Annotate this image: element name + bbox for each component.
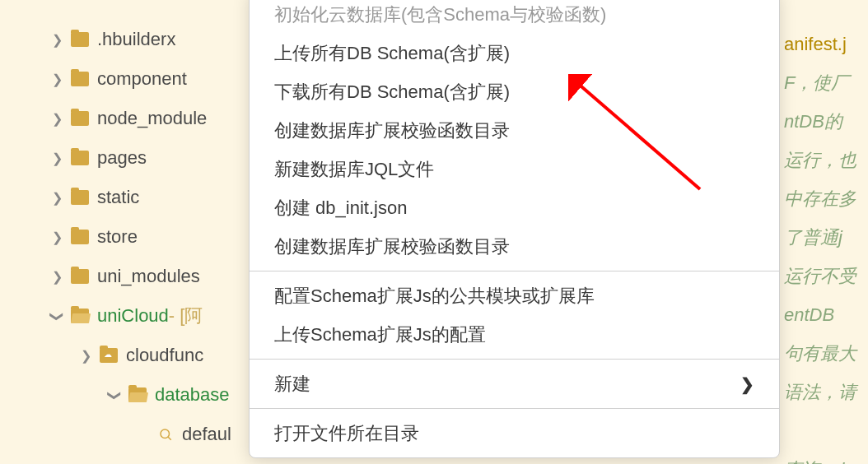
tree-item-default[interactable]: defaul: [0, 415, 247, 454]
tree-item-component[interactable]: ❯ component: [0, 59, 247, 99]
menu-item-label: 新建数据库JQL文件: [274, 157, 434, 182]
tree-item-label: node_module: [97, 108, 207, 129]
editor-line: [777, 411, 868, 450]
folder-open-icon: [71, 309, 89, 323]
tree-item-hbuilderx[interactable]: ❯ .hbuilderx: [0, 20, 247, 59]
menu-item-label: 创建数据库扩展校验函数目录: [274, 118, 510, 143]
tree-item-label: static: [97, 187, 139, 208]
tree-item-cloudfunctions[interactable]: ❯ cloudfunc: [0, 336, 247, 375]
folder-open-icon: [128, 387, 147, 402]
menu-item-download-schema[interactable]: 下载所有DB Schema(含扩展): [250, 72, 779, 111]
menu-item-init-db[interactable]: 初始化云数据库(包含Schema与校验函数): [250, 0, 779, 34]
tree-item-label: component: [97, 68, 187, 90]
menu-item-label: 下载所有DB Schema(含扩展): [274, 80, 510, 104]
folder-icon: [71, 190, 89, 205]
chevron-right-icon: ❯: [49, 151, 64, 166]
chevron-right-icon: ❯: [49, 111, 64, 127]
menu-item-upload-schema-ext[interactable]: 上传Schema扩展Js的配置: [250, 315, 779, 354]
editor-line: 语法，请: [777, 373, 868, 411]
cloud-folder-icon: [100, 348, 118, 363]
folder-icon: [71, 111, 89, 126]
menu-separator: [250, 359, 779, 360]
tree-item-label: store: [97, 226, 138, 248]
tree-item-unicloud[interactable]: ❯ uniCloud - [阿: [0, 296, 247, 336]
menu-separator: [250, 408, 779, 409]
tree-item-pages[interactable]: ❯ pages: [0, 138, 247, 178]
svg-point-0: [161, 429, 170, 438]
database-icon: [157, 426, 174, 443]
chevron-right-icon: ❯: [78, 348, 93, 364]
menu-item-create-ext-dir[interactable]: 创建数据库扩展校验函数目录: [250, 111, 779, 150]
chevron-right-icon: ❯: [49, 32, 64, 48]
menu-separator: [250, 271, 779, 271]
menu-item-label: 配置Schema扩展Js的公共模块或扩展库: [274, 284, 595, 309]
folder-icon: [71, 151, 89, 165]
chevron-right-icon: ❯: [49, 230, 64, 245]
chevron-right-icon: ❯: [49, 72, 64, 87]
editor-line: 运行不受: [777, 257, 868, 295]
editor-line: entDB: [777, 295, 868, 334]
editor-background: anifest.j F，使厂 ntDB的 运行，也 中存在多 了普通j 运行不受…: [777, 0, 868, 464]
menu-item-config-schema-ext[interactable]: 配置Schema扩展Js的公共模块或扩展库: [250, 276, 779, 315]
chevron-right-icon: ❯: [740, 374, 754, 394]
tree-item-label: uni_modules: [97, 266, 200, 287]
editor-line: 句有最大: [777, 334, 868, 373]
chevron-down-icon: ❯: [49, 309, 65, 323]
editor-line: 中存在多: [777, 179, 868, 218]
menu-item-label: 上传Schema扩展Js的配置: [274, 322, 486, 347]
chevron-right-icon: ❯: [49, 190, 64, 206]
chevron-right-icon: ❯: [49, 269, 64, 285]
tree-item-label: cloudfunc: [126, 345, 203, 366]
menu-item-label: 新建: [274, 372, 310, 397]
menu-item-label: 创建 db_init.json: [274, 196, 407, 220]
tree-item-node-modules[interactable]: ❯ node_module: [0, 99, 247, 138]
menu-item-label: 打开文件所在目录: [274, 421, 419, 446]
tree-item-label: .hbuilderx: [97, 29, 175, 50]
tree-item-label: pages: [97, 147, 147, 169]
menu-item-upload-schema[interactable]: 上传所有DB Schema(含扩展): [250, 34, 779, 72]
editor-line: 查询uni: [777, 450, 868, 464]
menu-item-label: 初始化云数据库(包含Schema与校验函数): [274, 2, 606, 27]
menu-item-label: 创建数据库扩展校验函数目录: [274, 234, 510, 259]
tree-item-store[interactable]: ❯ store: [0, 217, 247, 257]
tree-item-label: defaul: [182, 424, 231, 445]
chevron-down-icon: ❯: [107, 387, 123, 402]
menu-item-open-in-folder[interactable]: 打开文件所在目录: [250, 414, 779, 452]
tree-item-label: database: [155, 384, 230, 406]
folder-icon: [71, 269, 89, 284]
menu-item-label: 上传所有DB Schema(含扩展): [274, 41, 510, 66]
editor-line: anifest.j: [777, 25, 868, 63]
tree-item-label: uniCloud: [97, 305, 169, 327]
tree-item-static[interactable]: ❯ static: [0, 178, 247, 217]
editor-line: F，使厂: [777, 63, 868, 102]
context-menu: 初始化云数据库(包含Schema与校验函数) 上传所有DB Schema(含扩展…: [249, 0, 780, 458]
folder-icon: [71, 32, 89, 47]
tree-item-database[interactable]: ❯ database: [0, 375, 247, 415]
folder-icon: [71, 230, 89, 244]
editor-line: 了普通j: [777, 218, 868, 257]
menu-item-new-jql[interactable]: 新建数据库JQL文件: [250, 150, 779, 188]
editor-line: ntDB的: [777, 102, 868, 141]
menu-item-new[interactable]: 新建 ❯: [250, 364, 779, 403]
folder-icon: [71, 72, 89, 86]
editor-line: 运行，也: [777, 141, 868, 179]
tree-item-suffix: - [阿: [169, 304, 203, 328]
menu-item-create-dbinit[interactable]: 创建 db_init.json: [250, 188, 779, 227]
file-tree: ❯ .hbuilderx ❯ component ❯ node_module ❯…: [0, 0, 247, 454]
tree-item-uni-modules[interactable]: ❯ uni_modules: [0, 257, 247, 296]
menu-item-create-ext-dir2[interactable]: 创建数据库扩展校验函数目录: [250, 227, 779, 266]
